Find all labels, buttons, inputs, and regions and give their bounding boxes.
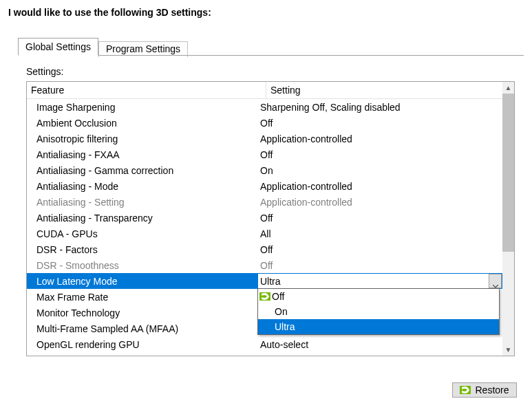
table-row[interactable]: Antialiasing - FXAAOff [27, 147, 502, 162]
table-row[interactable]: Ambient OcclusionOff [27, 115, 502, 131]
restore-label: Restore [475, 384, 509, 395]
setting-cell: Application-controlled [257, 178, 502, 194]
setting-value: Off [260, 149, 273, 160]
feature-cell: Max Frame Rate [27, 289, 257, 305]
table-row[interactable]: OpenGL rendering GPUAuto-select [27, 336, 502, 352]
vertical-scrollbar[interactable]: ▲ ▼ [502, 82, 514, 356]
setting-value: Application-controlled [260, 181, 352, 192]
setting-cell: On [257, 162, 502, 178]
setting-value: Off [260, 244, 273, 255]
chevron-up-icon: ▲ [505, 85, 512, 91]
chevron-down-icon [493, 279, 498, 283]
table-row[interactable]: Anisotropic filteringApplication-control… [27, 131, 502, 147]
feature-cell: Monitor Technology [27, 305, 257, 321]
table-row[interactable]: DSR - SmoothnessOff [27, 257, 502, 273]
dropdown-option-label: On [259, 306, 288, 317]
nvidia-logo-icon [460, 386, 471, 394]
scroll-down-button[interactable]: ▼ [502, 344, 514, 356]
table-row[interactable]: Low Latency ModeUltra [27, 273, 502, 289]
setting-cell[interactable]: Ultra [257, 273, 502, 289]
setting-value: Sharpening Off, Scaling disabled [260, 102, 401, 113]
setting-cell: All [257, 226, 502, 241]
low-latency-dropdown[interactable]: OffOnUltra [257, 288, 500, 335]
feature-cell: Antialiasing - Mode [27, 178, 257, 194]
feature-cell: Antialiasing - Gamma correction [27, 162, 257, 178]
dropdown-option[interactable]: On [258, 304, 499, 319]
table-row[interactable]: Antialiasing - SettingApplication-contro… [27, 194, 502, 210]
setting-cell: Off [257, 210, 502, 226]
column-header-feature[interactable]: Feature [27, 82, 266, 98]
setting-value: Off [260, 213, 273, 224]
setting-cell: Off [257, 257, 502, 273]
table-row[interactable]: Image SharpeningSharpening Off, Scaling … [27, 99, 502, 115]
setting-cell: Off [257, 241, 502, 257]
setting-cell: Off [257, 147, 502, 162]
setting-cell: Application-controlled [257, 194, 502, 210]
dropdown-option[interactable]: Ultra [258, 319, 499, 334]
setting-value: On [260, 165, 273, 176]
setting-cell: Application-controlled [257, 131, 502, 147]
listview-header: Feature Setting [27, 82, 502, 99]
feature-cell: Image Sharpening [27, 99, 257, 115]
tab-global-settings[interactable]: Global Settings [18, 38, 98, 56]
setting-value: Ultra [260, 276, 281, 287]
setting-value: Application-controlled [260, 197, 352, 208]
feature-cell: Antialiasing - Setting [27, 194, 257, 210]
setting-value: Off [260, 118, 273, 129]
page-heading: I would like to use the following 3D set… [8, 7, 524, 18]
setting-value: All [260, 228, 271, 239]
tab-panel: Settings: Feature Setting Image Sharpeni… [18, 55, 524, 363]
nvidia-logo-icon [259, 292, 270, 301]
scroll-up-button[interactable]: ▲ [502, 82, 514, 94]
dropdown-arrow-button[interactable] [489, 274, 502, 288]
setting-cell: Sharpening Off, Scaling disabled [257, 99, 502, 115]
feature-cell: Anisotropic filtering [27, 131, 257, 147]
feature-cell: Antialiasing - Transparency [27, 210, 257, 226]
setting-value: Application-controlled [260, 133, 352, 144]
feature-cell: Antialiasing - FXAA [27, 147, 257, 162]
restore-button[interactable]: Restore [452, 382, 517, 398]
scroll-track[interactable] [502, 94, 514, 344]
table-row[interactable]: Antialiasing - Gamma correctionOn [27, 162, 502, 178]
table-row[interactable]: DSR - FactorsOff [27, 241, 502, 257]
dropdown-option-label: Ultra [259, 321, 295, 332]
tab-bar: Global Settings Program Settings [18, 37, 524, 55]
table-row[interactable]: Antialiasing - TransparencyOff [27, 210, 502, 226]
feature-cell: Ambient Occlusion [27, 115, 257, 131]
column-header-setting[interactable]: Setting [266, 82, 502, 98]
settings-label: Settings: [26, 66, 515, 77]
dropdown-option-label: Off [272, 291, 284, 302]
feature-cell: DSR - Smoothness [27, 257, 257, 273]
setting-cell: Off [257, 115, 502, 131]
feature-cell: CUDA - GPUs [27, 226, 257, 241]
setting-value: Auto-select [260, 339, 308, 350]
setting-cell: Auto-select [257, 336, 502, 352]
setting-value: Off [260, 260, 273, 271]
feature-cell: Multi-Frame Sampled AA (MFAA) [27, 321, 257, 336]
chevron-down-icon: ▼ [505, 347, 512, 354]
table-row[interactable]: Antialiasing - ModeApplication-controlle… [27, 178, 502, 194]
feature-cell: OpenGL rendering GPU [27, 336, 257, 352]
feature-cell: Low Latency Mode [27, 273, 257, 289]
table-row[interactable]: CUDA - GPUsAll [27, 226, 502, 241]
scroll-thumb[interactable] [502, 94, 514, 252]
feature-cell: DSR - Factors [27, 241, 257, 257]
dropdown-option[interactable]: Off [258, 289, 499, 304]
